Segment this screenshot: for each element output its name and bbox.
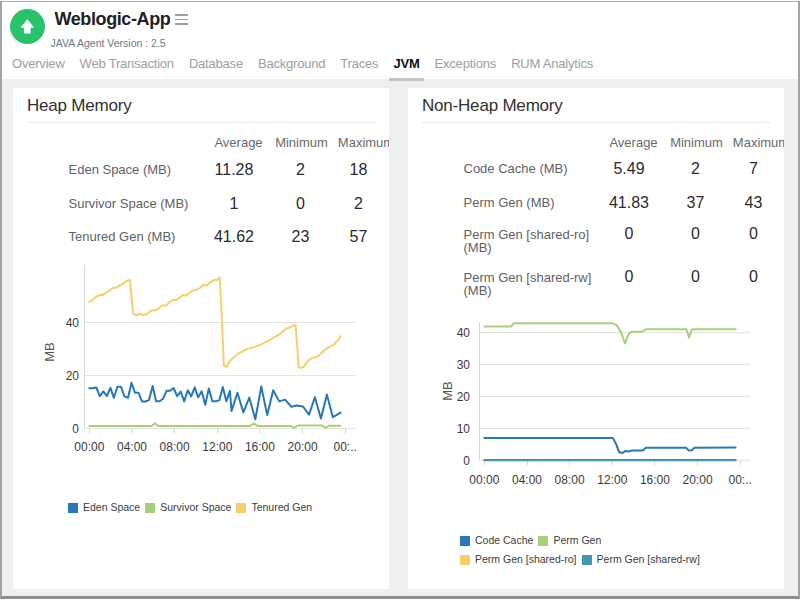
tab-rum-analytics[interactable]: RUM Analytics (507, 56, 597, 81)
x-tick-label: 08:00 (160, 440, 190, 454)
legend-swatch (538, 536, 548, 546)
chart-legend-row: Perm Gen [shared-ro]Perm Gen [shared-rw] (460, 549, 705, 567)
legend-item-perm-gen[interactable]: Perm Gen (538, 534, 601, 546)
y-tick-label: 30 (457, 358, 471, 372)
x-tick-label: 12:00 (597, 473, 627, 487)
x-tick-label: 08:00 (555, 473, 585, 487)
chart-legend-row: Code CachePerm Gen (460, 530, 606, 548)
y-axis-title: MB (42, 342, 57, 362)
agent-version-label: JAVA Agent Version : 2.5 (51, 37, 166, 49)
app-status-icon (10, 9, 45, 44)
y-tick-label: 20 (457, 390, 471, 404)
x-tick-label: 20:00 (683, 473, 713, 487)
app-frame: Weblogic-App JAVA Agent Version : 2.5 Ov… (0, 1, 800, 599)
x-tick-label: 16:00 (640, 473, 670, 487)
panel-nonheap-chart: 01020304000:0004:0008:0012:0016:0020:000… (408, 88, 784, 589)
x-tick-label: 04:00 (512, 473, 542, 487)
legend-item-survivor-space[interactable]: Survivor Space (145, 501, 231, 513)
series-eden-space (89, 383, 340, 420)
tab-exceptions[interactable]: Exceptions (431, 56, 501, 81)
tab-background[interactable]: Background (254, 56, 329, 81)
legend-swatch (68, 503, 78, 513)
tab-database[interactable]: Database (185, 56, 247, 81)
y-tick-label: 10 (457, 422, 471, 436)
y-tick-label: 0 (463, 454, 470, 468)
y-axis-title: MB (440, 381, 455, 401)
y-tick-label: 40 (457, 326, 471, 340)
x-tick-label: 16:00 (245, 440, 275, 454)
legend-item-code-cache[interactable]: Code Cache (460, 534, 533, 546)
legend-item-eden-space[interactable]: Eden Space (68, 501, 140, 513)
x-tick-label: 00:.. (729, 473, 752, 487)
legend-item-perm-gen-shared-ro-[interactable]: Perm Gen [shared-ro] (460, 553, 577, 565)
up-arrow-icon (10, 9, 45, 44)
tab-overview[interactable]: Overview (8, 56, 69, 81)
x-tick-label: 12:00 (202, 440, 232, 454)
legend-swatch (145, 503, 155, 513)
panel-heap-memory: Heap Memory AverageMinimumMaximumEden Sp… (13, 88, 389, 589)
legend-swatch (236, 503, 246, 513)
series-survivor-space (89, 423, 340, 428)
legend-swatch (460, 536, 470, 546)
tab-web-transaction[interactable]: Web Transaction (76, 56, 178, 81)
x-tick-label: 00:.. (334, 440, 357, 454)
x-tick-label: 00:00 (74, 440, 104, 454)
chart-legend-row: Eden SpaceSurvivor SpaceTenured Gen (68, 497, 317, 515)
tab-jvm[interactable]: JVM (389, 56, 423, 81)
app-header: Weblogic-App JAVA Agent Version : 2.5 Ov… (2, 2, 798, 79)
tab-bar: OverviewWeb TransactionDatabaseBackgroun… (8, 54, 604, 79)
x-tick-label: 04:00 (117, 440, 147, 454)
x-tick-label: 00:00 (469, 473, 499, 487)
y-tick-label: 40 (66, 316, 80, 330)
x-tick-label: 20:00 (288, 440, 318, 454)
legend-item-tenured-gen[interactable]: Tenured Gen (236, 501, 312, 513)
legend-swatch (582, 555, 592, 565)
legend-item-perm-gen-shared-rw-[interactable]: Perm Gen [shared-rw] (582, 553, 700, 565)
page-title: Weblogic-App (55, 9, 171, 30)
y-tick-label: 0 (72, 422, 79, 436)
series-code-cache (484, 438, 735, 453)
panel-nonheap-memory: Non-Heap Memory AverageMinimumMaximumCod… (408, 88, 784, 589)
y-tick-label: 20 (66, 369, 80, 383)
series-perm-gen (484, 323, 735, 343)
hamburger-menu-icon[interactable] (175, 14, 189, 25)
tab-traces[interactable]: Traces (336, 56, 382, 81)
legend-swatch (460, 555, 470, 565)
